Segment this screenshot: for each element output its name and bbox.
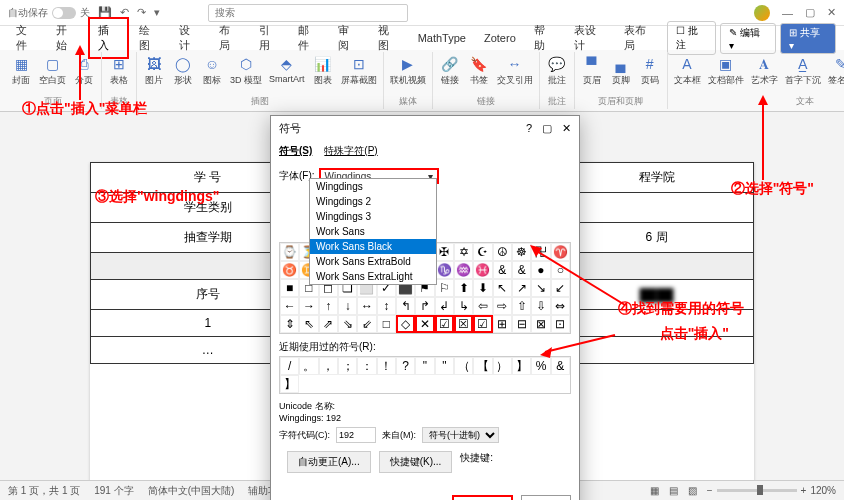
font-option[interactable]: Wingdings <box>310 179 436 194</box>
symbol-cell[interactable]: ✠ <box>435 243 454 261</box>
minimize-icon[interactable]: — <box>782 7 793 19</box>
font-dropdown[interactable]: WingdingsWingdings 2Wingdings 3Work Sans… <box>309 178 437 285</box>
symbol-cell[interactable]: ☑ <box>435 315 454 333</box>
ribbon-交叉引用[interactable]: ↔交叉引用 <box>495 54 535 88</box>
symbol-cell[interactable]: ⬇ <box>473 279 492 297</box>
view-web-icon[interactable]: ▧ <box>688 485 697 496</box>
symbol-cell[interactable]: ↰ <box>396 297 415 315</box>
font-option[interactable]: Work Sans ExtraBold <box>310 254 436 269</box>
ribbon-形状[interactable]: ◯形状 <box>170 54 196 88</box>
dialog-max-icon[interactable]: ▢ <box>542 122 552 135</box>
symbol-cell[interactable]: ☸ <box>512 243 531 261</box>
symbol-cell[interactable]: ⇙ <box>357 315 376 333</box>
symbol-cell[interactable]: ♑ <box>435 261 454 279</box>
autosave-toggle[interactable]: 自动保存关 <box>8 6 90 20</box>
symbol-cell[interactable]: ⊟ <box>512 315 531 333</box>
font-option[interactable]: Work Sans <box>310 224 436 239</box>
ribbon-表格[interactable]: ⊞表格 <box>106 54 132 88</box>
symbol-cell[interactable]: ☮ <box>493 243 512 261</box>
symbol-cell[interactable]: ⇨ <box>493 297 512 315</box>
ribbon-首字下沉[interactable]: A̲首字下沉 <box>783 54 823 88</box>
ribbon-图标[interactable]: ☺图标 <box>199 54 225 88</box>
ribbon-图表[interactable]: 📊图表 <box>310 54 336 88</box>
symbol-cell[interactable]: ♓ <box>473 261 492 279</box>
status-words[interactable]: 191 个字 <box>94 484 133 498</box>
symbol-cell[interactable]: ■ <box>280 279 299 297</box>
char-code-input[interactable] <box>336 427 376 443</box>
ribbon-联机视频[interactable]: ▶联机视频 <box>388 54 428 88</box>
view-focus-icon[interactable]: ▦ <box>650 485 659 496</box>
recent-symbol[interactable]: ） <box>493 357 512 375</box>
symbol-cell[interactable]: ✡ <box>454 243 473 261</box>
symbol-cell[interactable]: ⇖ <box>299 315 318 333</box>
zoom-in[interactable]: + <box>801 485 807 496</box>
maximize-icon[interactable]: ▢ <box>805 6 815 19</box>
ribbon-页码[interactable]: #页码 <box>637 54 663 88</box>
symbol-cell[interactable]: ↘ <box>531 279 550 297</box>
font-option[interactable]: Work Sans ExtraLight <box>310 269 436 284</box>
symbol-cell[interactable]: ⇗ <box>319 315 338 333</box>
edit-button[interactable]: ✎ 编辑 ▾ <box>720 23 776 54</box>
dialog-close-icon[interactable]: ✕ <box>562 122 571 135</box>
symbol-cell[interactable]: ↔ <box>357 297 376 315</box>
tab-symbols[interactable]: 符号(S) <box>279 144 312 158</box>
symbol-cell[interactable]: ♉ <box>280 261 299 279</box>
ribbon-图片[interactable]: 🖼图片 <box>141 54 167 88</box>
recent-symbol[interactable]: 】 <box>280 375 299 393</box>
status-page[interactable]: 第 1 页，共 1 页 <box>8 484 80 498</box>
recent-symbol[interactable]: （ <box>454 357 473 375</box>
symbol-cell[interactable]: ⬆ <box>454 279 473 297</box>
symbol-cell[interactable]: 卍 <box>531 243 550 261</box>
tab-MathType[interactable]: MathType <box>410 28 474 48</box>
tab-Zotero[interactable]: Zotero <box>476 28 524 48</box>
status-lang[interactable]: 简体中文(中国大陆) <box>148 484 235 498</box>
shortcut-button[interactable]: 快捷键(K)... <box>379 451 453 473</box>
recent-symbol[interactable]: 【 <box>473 357 492 375</box>
symbol-cell[interactable]: ⇔ <box>551 297 570 315</box>
symbol-cell[interactable]: ⇦ <box>473 297 492 315</box>
recent-symbol[interactable]: ！ <box>377 357 396 375</box>
recent-symbol[interactable]: ， <box>319 357 338 375</box>
recent-symbol[interactable]: ； <box>338 357 357 375</box>
font-option[interactable]: Work Sans Black <box>310 239 436 254</box>
symbol-cell[interactable]: ☒ <box>454 315 473 333</box>
symbol-cell[interactable]: ↑ <box>319 297 338 315</box>
symbol-cell[interactable]: ↓ <box>338 297 357 315</box>
zoom-out[interactable]: − <box>707 485 713 496</box>
symbol-cell[interactable]: ⊡ <box>551 315 570 333</box>
symbol-cell[interactable]: ⇕ <box>280 315 299 333</box>
ribbon-空白页[interactable]: ▢空白页 <box>37 54 68 88</box>
close-icon[interactable]: ✕ <box>827 6 836 19</box>
cancel-button[interactable]: 取消 <box>521 495 571 500</box>
view-print-icon[interactable]: ▤ <box>669 485 678 496</box>
ribbon-签名行[interactable]: ✎签名行 <box>826 54 844 88</box>
insert-button[interactable]: 插入(I) <box>452 495 513 500</box>
ribbon-书签[interactable]: 🔖书签 <box>466 54 492 88</box>
recent-symbol[interactable]: % <box>531 357 550 375</box>
ribbon-链接[interactable]: 🔗链接 <box>437 54 463 88</box>
ribbon-3D 模型[interactable]: ⬡3D 模型 <box>228 54 264 88</box>
recent-symbol[interactable]: " <box>435 357 454 375</box>
symbol-cell[interactable]: ⇩ <box>531 297 550 315</box>
avatar[interactable] <box>754 5 770 21</box>
symbol-cell[interactable]: ↗ <box>512 279 531 297</box>
ribbon-页眉[interactable]: ▀页眉 <box>579 54 605 88</box>
ribbon-屏幕截图[interactable]: ⊡屏幕截图 <box>339 54 379 88</box>
recent-symbol[interactable]: ? <box>396 357 415 375</box>
symbol-cell[interactable]: ⊞ <box>493 315 512 333</box>
font-option[interactable]: Wingdings 2 <box>310 194 436 209</box>
ribbon-分页[interactable]: ⎙分页 <box>71 54 97 88</box>
ribbon-文本框[interactable]: A文本框 <box>672 54 703 88</box>
recent-symbol[interactable]: & <box>551 357 570 375</box>
symbol-cell[interactable]: ↕ <box>377 297 396 315</box>
share-button[interactable]: ⊞ 共享 ▾ <box>780 23 836 54</box>
symbol-cell[interactable]: ↙ <box>551 279 570 297</box>
symbol-cell[interactable]: ✕ <box>415 315 434 333</box>
ribbon-批注[interactable]: 💬批注 <box>544 54 570 88</box>
symbol-cell[interactable]: ⌚ <box>280 243 299 261</box>
dialog-help-icon[interactable]: ? <box>526 122 532 135</box>
symbol-cell[interactable]: ↱ <box>415 297 434 315</box>
symbol-cell[interactable]: □ <box>377 315 396 333</box>
symbol-cell[interactable]: ⇘ <box>338 315 357 333</box>
symbol-cell[interactable]: ← <box>280 297 299 315</box>
